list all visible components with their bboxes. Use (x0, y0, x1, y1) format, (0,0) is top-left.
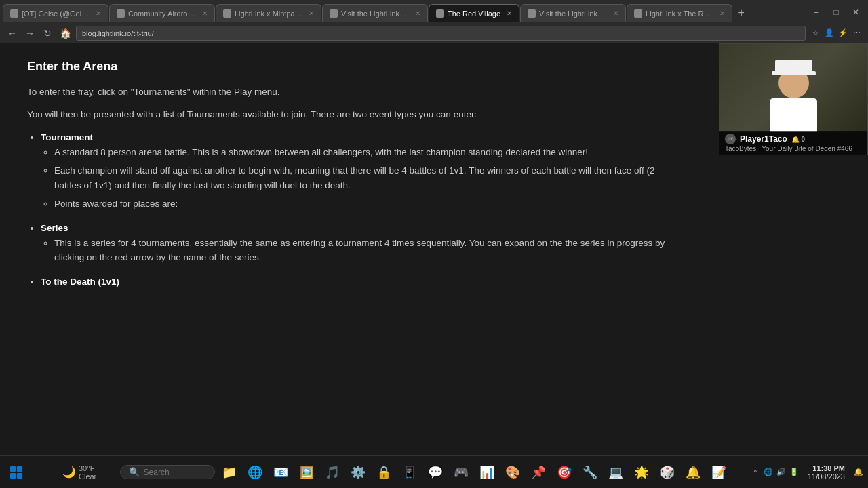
tab-close-3[interactable]: ✕ (415, 9, 420, 17)
taskbar-app-12[interactable]: 📌 (526, 460, 551, 485)
taskbar-app-1[interactable]: 🌐 (243, 460, 267, 485)
browser-tab-3[interactable]: Visit the LightLink x The Red V...✕ (322, 4, 428, 22)
search-icon: 🔍 (129, 467, 140, 477)
taskbar-app-3[interactable]: 🖼️ (294, 460, 319, 485)
tournament-bullets: A standard 8 person arena battle. This i… (54, 145, 671, 211)
browser-tab-4[interactable]: The Red Village✕ (429, 4, 519, 22)
taskbar-app-15[interactable]: 💻 (604, 460, 628, 485)
tournament-bullet-1: A standard 8 person arena battle. This i… (54, 145, 671, 160)
to-the-death-title: To the Death (1v1) (41, 277, 119, 287)
taskbar-app-2[interactable]: 📧 (269, 460, 293, 485)
home-button[interactable]: 🏠 (58, 26, 72, 40)
new-tab-button[interactable]: + (732, 4, 750, 22)
close-button[interactable]: ✕ (846, 3, 865, 22)
video-overlay: 🎮 Player1Taco 🔔 0 TacoBytes · Your Daily… (719, 43, 868, 155)
video-username: 🎮 Player1Taco 🔔 0 (725, 134, 862, 144)
weather-condition: Clear (79, 472, 96, 481)
maximize-button[interactable]: □ (827, 3, 846, 22)
tab-close-0[interactable]: ✕ (96, 9, 101, 17)
weather-info: 30°F Clear (79, 464, 96, 481)
tab-favicon-2 (223, 9, 231, 18)
taskbar-app-18[interactable]: 🔔 (681, 460, 705, 485)
bookmark-icon[interactable]: ☆ (810, 27, 822, 39)
taskbar-app-16[interactable]: 🌟 (629, 460, 654, 485)
tab-label-3: Visit the LightLink x The Red V... (341, 9, 409, 18)
series-section: Series This is a series for 4 tournament… (41, 221, 671, 265)
profile-icon[interactable]: 👤 (823, 27, 835, 39)
win-logo-cell-2 (17, 466, 22, 472)
streamer-badge: 🔔 0 (791, 136, 805, 143)
video-subtitle: TacoBytes · Your Daily Bite of Degen #46… (725, 145, 862, 152)
tray-volume[interactable]: 🔊 (776, 467, 787, 478)
search-bar[interactable]: 🔍 (120, 465, 215, 479)
tournament-bullet-2: Each champion will stand off against ano… (54, 163, 671, 192)
notification-button[interactable]: 🔔 (853, 467, 864, 478)
taskbar-app-13[interactable]: 🎯 (552, 460, 576, 485)
taskbar-center: 🔍 📁🌐📧🖼️🎵⚙️🔒📱💬🎮📊🎨📌🎯🔧💻🌟🎲🔔📝 (100, 460, 750, 485)
tab-favicon-6 (634, 9, 642, 18)
video-feed (719, 44, 867, 132)
taskbar-app-5[interactable]: ⚙️ (346, 460, 370, 485)
tab-close-1[interactable]: ✕ (202, 9, 208, 17)
minimize-button[interactable]: – (807, 3, 826, 22)
taskbar-app-14[interactable]: 🔧 (578, 460, 602, 485)
tab-label-0: [ОТ] Gelse (@Gelse) / X (22, 9, 90, 18)
series-title: Series (41, 223, 68, 233)
taskbar-apps: 📁🌐📧🖼️🎵⚙️🔒📱💬🎮📊🎨📌🎯🔧💻🌟🎲🔔📝 (217, 460, 731, 485)
refresh-button[interactable]: ↻ (41, 26, 54, 40)
tab-bar: [ОТ] Gelse (@Gelse) / X✕Community Airdro… (0, 0, 868, 22)
clock-date: 11/08/2023 (808, 472, 845, 481)
tab-favicon-0 (10, 9, 18, 18)
weather-widget: 🌙 30°F Clear (58, 464, 100, 481)
search-input[interactable] (144, 468, 198, 477)
tab-favicon-5 (528, 9, 536, 18)
win-logo-cell-1 (10, 466, 16, 472)
address-bar[interactable]: blog.lightlink.io/tlt-triu/ (76, 26, 806, 41)
browser-tab-6[interactable]: LightLink x The Red Village To...✕ (627, 4, 732, 22)
series-bullets: This is a series for 4 tournaments, esse… (54, 236, 671, 265)
taskbar-app-11[interactable]: 🎨 (500, 460, 525, 485)
browser-tab-0[interactable]: [ОТ] Gelse (@Gelse) / X✕ (3, 4, 108, 22)
tab-label-1: Community Airdrop Phase 1: T... (128, 9, 196, 18)
to-the-death-section: To the Death (1v1) (41, 274, 671, 289)
tray-battery[interactable]: 🔋 (789, 467, 800, 478)
taskbar-app-10[interactable]: 📊 (475, 460, 499, 485)
start-button[interactable] (4, 460, 28, 485)
tray-chevron[interactable]: ^ (750, 467, 761, 478)
person-head (778, 68, 809, 98)
menu-icon[interactable]: ⋯ (850, 27, 863, 39)
tray-network[interactable]: 🌐 (763, 467, 774, 478)
tab-label-4: The Red Village (448, 9, 500, 18)
taskbar-app-7[interactable]: 📱 (397, 460, 422, 485)
taskbar-app-9[interactable]: 🎮 (449, 460, 473, 485)
browser-tab-1[interactable]: Community Airdrop Phase 1: T...✕ (109, 4, 215, 22)
tournament-section: Tournament A standard 8 person arena bat… (41, 130, 671, 211)
window-controls: – □ ✕ (807, 3, 865, 22)
taskbar-app-6[interactable]: 🔒 (372, 460, 396, 485)
tab-close-2[interactable]: ✕ (309, 9, 314, 17)
browser-tab-5[interactable]: Visit the LightLink x The Red V...✕ (520, 4, 626, 22)
taskbar-app-19[interactable]: 📝 (707, 460, 731, 485)
browser-tab-2[interactable]: LightLink x Mintpad NFT mint...✕ (216, 4, 321, 22)
taskbar-app-17[interactable]: 🎲 (655, 460, 679, 485)
forward-button[interactable]: → (23, 26, 37, 40)
taskbar-app-0[interactable]: 📁 (217, 460, 241, 485)
tab-favicon-4 (436, 9, 444, 18)
streamer-video (770, 68, 817, 132)
back-button[interactable]: ← (5, 26, 19, 40)
windows-logo (10, 466, 22, 479)
intro-paragraph-2: You will then be presented with a list o… (27, 107, 671, 122)
tournament-title: Tournament (41, 132, 93, 142)
extensions-icon[interactable]: ⚡ (837, 27, 849, 39)
tab-close-6[interactable]: ✕ (719, 9, 725, 17)
clock-time: 11:38 PM (808, 464, 845, 472)
tab-label-5: Visit the LightLink x The Red V... (539, 9, 607, 18)
clock[interactable]: 11:38 PM 11/08/2023 (804, 464, 849, 481)
taskbar-left (4, 460, 58, 485)
taskbar-app-4[interactable]: 🎵 (320, 460, 344, 485)
tab-close-5[interactable]: ✕ (613, 9, 618, 17)
taskbar-app-8[interactable]: 💬 (423, 460, 448, 485)
tab-close-4[interactable]: ✕ (507, 9, 512, 17)
system-tray: ^ 🌐 🔊 🔋 (750, 467, 800, 478)
intro-paragraph-1: To enter the fray, click on "Tournaments… (27, 85, 671, 100)
